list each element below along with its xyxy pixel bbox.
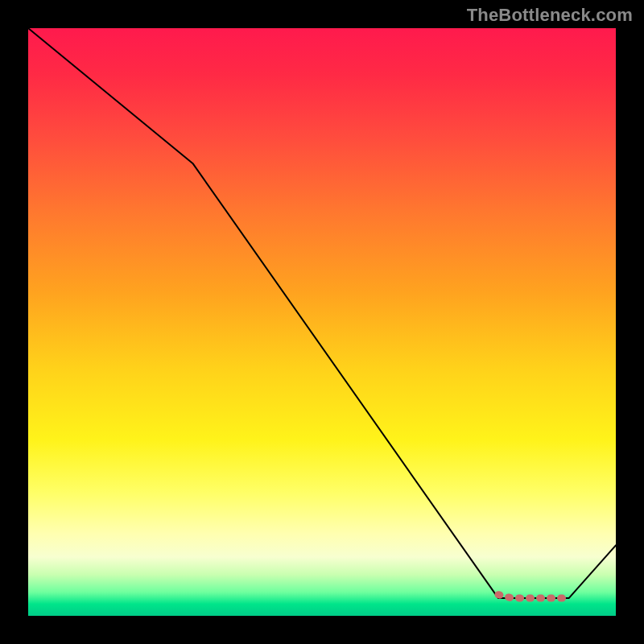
- optimal-range-marker-line: [498, 595, 569, 598]
- chart-stage: TheBottleneck.com: [0, 0, 644, 644]
- bottleneck-curve-line: [28, 28, 616, 598]
- plot-area: [28, 28, 616, 616]
- chart-overlay: [28, 28, 616, 616]
- watermark-text: TheBottleneck.com: [467, 5, 633, 26]
